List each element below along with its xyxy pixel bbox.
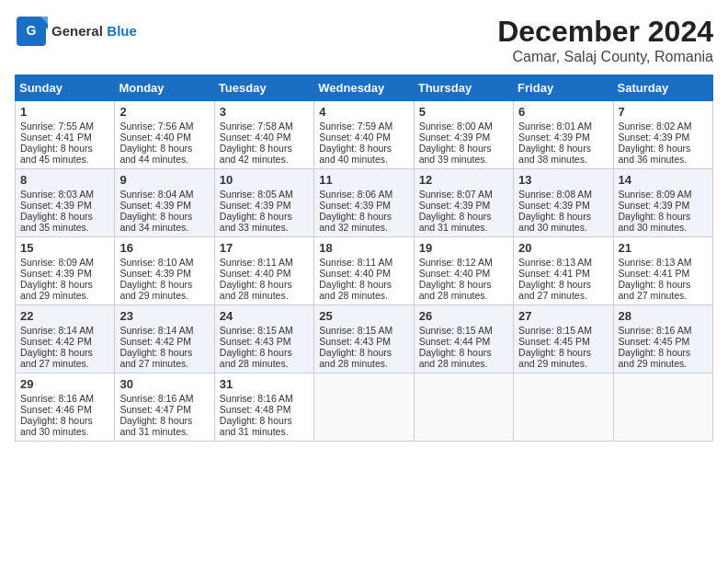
calendar-week-row: 29 Sunrise: 8:16 AM Sunset: 4:46 PM Dayl…: [16, 373, 713, 442]
daylight-label: Daylight: 8 hours and 30 minutes.: [20, 415, 93, 437]
sunrise-label: Sunrise: 7:56 AM: [119, 121, 193, 132]
sunset-label: Sunset: 4:40 PM: [319, 132, 391, 143]
calendar-cell: 16 Sunrise: 8:10 AM Sunset: 4:39 PM Dayl…: [115, 237, 214, 305]
calendar-cell: 7 Sunrise: 8:02 AM Sunset: 4:39 PM Dayli…: [613, 101, 712, 169]
sunset-label: Sunset: 4:39 PM: [20, 268, 92, 279]
sunset-label: Sunset: 4:42 PM: [20, 336, 92, 347]
day-number: 1: [20, 105, 109, 119]
day-number: 18: [319, 241, 408, 255]
calendar-cell: 20 Sunrise: 8:13 AM Sunset: 4:41 PM Dayl…: [514, 237, 613, 305]
daylight-label: Daylight: 8 hours and 28 minutes.: [419, 347, 492, 369]
sunrise-label: Sunrise: 8:03 AM: [20, 189, 94, 200]
daylight-label: Daylight: 8 hours and 30 minutes.: [518, 211, 591, 233]
daylight-label: Daylight: 8 hours and 33 minutes.: [220, 211, 292, 233]
daylight-label: Daylight: 8 hours and 44 minutes.: [119, 143, 192, 165]
daylight-label: Daylight: 8 hours and 29 minutes.: [20, 279, 93, 301]
sunset-label: Sunset: 4:39 PM: [518, 132, 590, 143]
day-number: 8: [20, 173, 109, 187]
sunrise-label: Sunrise: 8:07 AM: [419, 189, 493, 200]
calendar-cell: 29 Sunrise: 8:16 AM Sunset: 4:46 PM Dayl…: [16, 373, 115, 442]
calendar-cell: 4 Sunrise: 7:59 AM Sunset: 4:40 PM Dayli…: [314, 101, 414, 169]
sunrise-label: Sunrise: 8:14 AM: [20, 325, 94, 336]
calendar-cell: [514, 373, 613, 442]
calendar-cell: 12 Sunrise: 8:07 AM Sunset: 4:39 PM Dayl…: [414, 169, 513, 237]
daylight-label: Daylight: 8 hours and 28 minutes.: [220, 279, 292, 301]
calendar-cell: 8 Sunrise: 8:03 AM Sunset: 4:39 PM Dayli…: [16, 169, 115, 237]
daylight-label: Daylight: 8 hours and 29 minutes.: [119, 279, 192, 301]
sunset-label: Sunset: 4:39 PM: [319, 200, 391, 211]
sunrise-label: Sunrise: 8:16 AM: [20, 393, 94, 404]
calendar-cell: 24 Sunrise: 8:15 AM Sunset: 4:43 PM Dayl…: [214, 305, 313, 373]
sunrise-label: Sunrise: 8:02 AM: [619, 121, 692, 132]
calendar-cell: 6 Sunrise: 8:01 AM Sunset: 4:39 PM Dayli…: [514, 101, 613, 169]
daylight-label: Daylight: 8 hours and 28 minutes.: [419, 279, 492, 301]
sunrise-label: Sunrise: 8:11 AM: [319, 257, 392, 268]
sunset-label: Sunset: 4:45 PM: [619, 336, 690, 347]
svg-text:G: G: [27, 23, 37, 38]
day-number: 30: [119, 377, 209, 391]
sunrise-label: Sunrise: 7:58 AM: [220, 121, 293, 132]
sunset-label: Sunset: 4:48 PM: [220, 404, 291, 415]
logo-icon: G: [15, 15, 48, 48]
daylight-label: Daylight: 8 hours and 35 minutes.: [20, 211, 93, 233]
day-number: 5: [419, 105, 508, 119]
logo: G General Blue: [15, 15, 137, 48]
calendar-cell: 22 Sunrise: 8:14 AM Sunset: 4:42 PM Dayl…: [16, 305, 115, 373]
day-number: 29: [20, 377, 109, 391]
sunset-label: Sunset: 4:40 PM: [119, 132, 191, 143]
daylight-label: Daylight: 8 hours and 28 minutes.: [319, 279, 392, 301]
day-number: 21: [619, 241, 708, 255]
logo-text: General Blue: [51, 23, 137, 40]
calendar-table: SundayMondayTuesdayWednesdayThursdayFrid…: [15, 75, 713, 442]
daylight-label: Daylight: 8 hours and 27 minutes.: [119, 347, 192, 369]
sunrise-label: Sunrise: 8:00 AM: [419, 121, 493, 132]
sunrise-label: Sunrise: 8:10 AM: [119, 257, 193, 268]
weekday-header: Sunday: [16, 75, 115, 101]
page-header: G General Blue December 2024 Camar, Sala…: [15, 15, 713, 65]
calendar-cell: 26 Sunrise: 8:15 AM Sunset: 4:44 PM Dayl…: [414, 305, 513, 373]
calendar-cell: 19 Sunrise: 8:12 AM Sunset: 4:40 PM Dayl…: [414, 237, 513, 305]
sunrise-label: Sunrise: 8:09 AM: [20, 257, 94, 268]
daylight-label: Daylight: 8 hours and 31 minutes.: [419, 211, 492, 233]
sunset-label: Sunset: 4:40 PM: [319, 268, 391, 279]
daylight-label: Daylight: 8 hours and 30 minutes.: [619, 211, 691, 233]
day-number: 2: [119, 105, 209, 119]
calendar-week-row: 1 Sunrise: 7:55 AM Sunset: 4:41 PM Dayli…: [16, 101, 713, 169]
daylight-label: Daylight: 8 hours and 39 minutes.: [419, 143, 492, 165]
sunset-label: Sunset: 4:39 PM: [419, 132, 491, 143]
calendar-cell: 21 Sunrise: 8:13 AM Sunset: 4:41 PM Dayl…: [613, 237, 712, 305]
sunrise-label: Sunrise: 8:16 AM: [119, 393, 193, 404]
sunrise-label: Sunrise: 8:16 AM: [220, 393, 293, 404]
sunset-label: Sunset: 4:43 PM: [220, 336, 291, 347]
calendar-cell: 31 Sunrise: 8:16 AM Sunset: 4:48 PM Dayl…: [214, 373, 313, 442]
calendar-cell: 9 Sunrise: 8:04 AM Sunset: 4:39 PM Dayli…: [115, 169, 214, 237]
weekday-header: Wednesday: [314, 75, 414, 101]
daylight-label: Daylight: 8 hours and 27 minutes.: [20, 347, 93, 369]
calendar-cell: 15 Sunrise: 8:09 AM Sunset: 4:39 PM Dayl…: [16, 237, 115, 305]
daylight-label: Daylight: 8 hours and 31 minutes.: [119, 415, 192, 437]
sunset-label: Sunset: 4:39 PM: [119, 268, 191, 279]
calendar-cell: 25 Sunrise: 8:15 AM Sunset: 4:43 PM Dayl…: [314, 305, 414, 373]
calendar-cell: 11 Sunrise: 8:06 AM Sunset: 4:39 PM Dayl…: [314, 169, 414, 237]
sunrise-label: Sunrise: 8:09 AM: [619, 189, 692, 200]
calendar-cell: 5 Sunrise: 8:00 AM Sunset: 4:39 PM Dayli…: [414, 101, 513, 169]
day-number: 3: [220, 105, 309, 119]
calendar-cell: 10 Sunrise: 8:05 AM Sunset: 4:39 PM Dayl…: [214, 169, 313, 237]
day-number: 23: [119, 309, 209, 323]
sunset-label: Sunset: 4:39 PM: [419, 200, 491, 211]
daylight-label: Daylight: 8 hours and 28 minutes.: [220, 347, 292, 369]
sunset-label: Sunset: 4:39 PM: [220, 200, 291, 211]
sunrise-label: Sunrise: 8:08 AM: [518, 189, 592, 200]
sunrise-label: Sunrise: 8:05 AM: [220, 189, 293, 200]
sunrise-label: Sunrise: 8:11 AM: [220, 257, 293, 268]
day-number: 25: [319, 309, 408, 323]
calendar-cell: 3 Sunrise: 7:58 AM Sunset: 4:40 PM Dayli…: [214, 101, 313, 169]
sunset-label: Sunset: 4:46 PM: [20, 404, 92, 415]
sunrise-label: Sunrise: 8:15 AM: [518, 325, 592, 336]
calendar-cell: 28 Sunrise: 8:16 AM Sunset: 4:45 PM Dayl…: [613, 305, 712, 373]
sunset-label: Sunset: 4:41 PM: [619, 268, 690, 279]
daylight-label: Daylight: 8 hours and 31 minutes.: [220, 415, 292, 437]
daylight-label: Daylight: 8 hours and 27 minutes.: [619, 279, 691, 301]
daylight-label: Daylight: 8 hours and 40 minutes.: [319, 143, 392, 165]
day-number: 24: [220, 309, 309, 323]
